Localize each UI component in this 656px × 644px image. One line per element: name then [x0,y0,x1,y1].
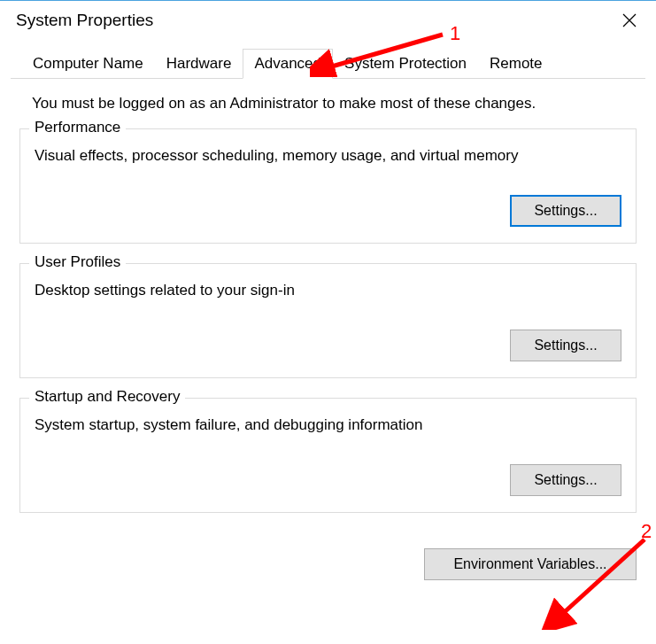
tabs-row: Computer Name Hardware Advanced System P… [11,49,645,79]
user-profiles-group: User Profiles Desktop settings related t… [19,263,637,378]
tab-content: You must be logged on as an Administrato… [0,79,656,541]
close-icon[interactable] [615,6,644,35]
startup-recovery-settings-button[interactable]: Settings... [510,464,621,496]
tab-system-protection[interactable]: System Protection [333,49,478,78]
performance-legend: Performance [29,119,126,136]
user-profiles-desc: Desktop settings related to your sign-in [35,282,621,299]
performance-settings-button[interactable]: Settings... [510,195,621,227]
user-profiles-settings-button[interactable]: Settings... [510,330,621,361]
tab-hardware[interactable]: Hardware [155,49,243,78]
startup-recovery-desc: System startup, system failure, and debu… [35,416,621,434]
performance-group: Performance Visual effects, processor sc… [19,128,637,244]
user-profiles-button-row: Settings... [35,330,621,361]
env-button-row: Environment Variables... [0,548,656,580]
performance-desc: Visual effects, processor scheduling, me… [35,147,621,165]
system-properties-window: System Properties Computer Name Hardware… [0,0,656,644]
startup-recovery-legend: Startup and Recovery [29,388,185,406]
user-profiles-legend: User Profiles [29,253,126,271]
startup-recovery-group: Startup and Recovery System startup, sys… [19,398,637,513]
tab-advanced[interactable]: Advanced [243,49,333,79]
annotation-arrow-2 [540,532,655,630]
title-bar: System Properties [0,1,656,40]
environment-variables-button[interactable]: Environment Variables... [424,548,637,580]
window-title: System Properties [16,11,153,30]
startup-recovery-button-row: Settings... [35,464,621,496]
performance-button-row: Settings... [35,195,621,227]
admin-notice: You must be logged on as an Administrato… [19,95,637,113]
tab-remote[interactable]: Remote [478,49,554,78]
tab-computer-name[interactable]: Computer Name [21,49,155,78]
